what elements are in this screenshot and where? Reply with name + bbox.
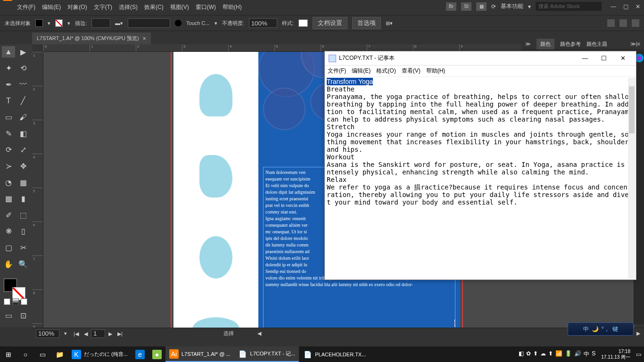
stroke-weight-input[interactable] xyxy=(91,18,110,28)
tray-icon-0[interactable]: ◧ xyxy=(519,350,524,358)
circle-shape[interactable] xyxy=(263,88,305,130)
menu-edit[interactable]: 编辑(E) xyxy=(42,3,61,11)
close-icon[interactable]: ✕ xyxy=(613,55,632,62)
last-artboard-icon[interactable]: ▶| xyxy=(116,331,124,337)
change-screen-icon[interactable]: ⊡ xyxy=(17,310,30,321)
menu-help[interactable]: 帮助(H) xyxy=(223,3,242,11)
np-menu-view[interactable]: 查看(V) xyxy=(402,67,421,75)
tray-icon-2[interactable]: ⬆ xyxy=(533,350,538,358)
selection-tool-icon[interactable]: ▲ xyxy=(2,46,15,58)
tray-icon-3[interactable]: ☁ xyxy=(540,350,546,358)
brush-input[interactable] xyxy=(128,18,170,28)
shape-builder-tool-icon[interactable]: ◔ xyxy=(2,177,15,188)
bridge-icon[interactable]: Br xyxy=(446,2,456,11)
style-swatch[interactable] xyxy=(298,19,308,27)
taskbar-clock[interactable]: 17:18 17.11.13 周一 xyxy=(598,349,633,360)
prev-artboard-icon[interactable]: ◀ xyxy=(82,331,90,337)
fill-swatch[interactable] xyxy=(35,19,43,27)
opacity-input[interactable] xyxy=(249,18,277,28)
tray-icon-7[interactable]: 🔊 xyxy=(574,350,581,358)
tray-icon-5[interactable]: 📶 xyxy=(555,350,562,358)
minimize-icon[interactable]: — xyxy=(576,55,594,62)
gradient-tool-icon[interactable]: ▮ xyxy=(17,193,30,205)
np-menu-edit[interactable]: 编辑(E) xyxy=(352,67,371,75)
panel-icon-2[interactable] xyxy=(619,19,627,27)
sync-icon[interactable]: ⟳ xyxy=(491,3,496,10)
ime-floating-bar[interactable]: 中 🌙 °， 键 xyxy=(568,322,634,336)
panel-tab-color[interactable]: 颜色 xyxy=(537,39,554,49)
np-menu-format[interactable]: 格式(O) xyxy=(376,67,396,75)
np-menu-help[interactable]: 帮助(H) xyxy=(426,67,446,75)
color-swatches[interactable] xyxy=(2,277,30,305)
shaper-tool-icon[interactable]: ✎ xyxy=(2,128,15,139)
menu-effect[interactable]: 效果(C) xyxy=(144,3,164,11)
stroke-swatch[interactable] xyxy=(55,19,63,27)
taskbar-item-0[interactable]: ⊞ xyxy=(0,346,17,362)
color-mode-icon[interactable] xyxy=(4,298,10,305)
menu-type[interactable]: 文字(T) xyxy=(94,3,112,11)
notepad-text-area[interactable]: Transform Yoga Breathe Pranayama, the yo… xyxy=(325,77,636,280)
menu-file[interactable]: 文件(F) xyxy=(17,3,35,11)
curvature-tool-icon[interactable]: 〰 xyxy=(17,79,30,90)
notepad-titlebar[interactable]: L7COPY.TXT - 记事本 — ☐ ✕ xyxy=(325,51,636,66)
mesh-tool-icon[interactable]: ▩ xyxy=(2,193,15,205)
scroll-right-icon[interactable]: ▶ xyxy=(636,330,640,337)
screen-mode-icon[interactable]: ▭ xyxy=(2,310,15,321)
lasso-tool-icon[interactable]: ⟲ xyxy=(17,63,30,74)
direct-selection-tool-icon[interactable]: ▶ xyxy=(17,46,30,58)
maximize-icon[interactable]: ▢ xyxy=(622,3,629,10)
close-icon[interactable]: ✕ xyxy=(635,3,641,10)
scroll-left-icon[interactable]: ◀ xyxy=(257,330,261,337)
chevron-down-icon[interactable]: ▾ xyxy=(67,20,70,26)
menu-window[interactable]: 窗口(W) xyxy=(196,3,216,11)
yoga-pose-1[interactable] xyxy=(199,74,232,116)
panel-icon-1[interactable] xyxy=(607,19,615,27)
menu-view[interactable]: 视图(V) xyxy=(170,3,189,11)
symbol-sprayer-tool-icon[interactable]: ❋ xyxy=(2,226,15,237)
tab-close-icon[interactable]: × xyxy=(143,35,146,42)
tray-icon-8[interactable]: 中 xyxy=(584,350,589,358)
taskbar-item-4[interactable]: Kだったのに (纯音... xyxy=(68,346,132,362)
yoga-pose-3[interactable] xyxy=(199,236,232,279)
menu-object[interactable]: 对象(O) xyxy=(67,3,87,11)
minimize-icon[interactable]: — xyxy=(610,3,617,10)
taskbar-item-5[interactable]: e xyxy=(132,346,149,362)
document-tab[interactable]: L7START_1.AI* @ 100% (CMYK/GPU 预览) × xyxy=(32,33,151,44)
maximize-icon[interactable]: ☐ xyxy=(594,55,613,62)
workspace-switcher[interactable]: 基本功能 xyxy=(501,2,523,10)
width-tool-icon[interactable]: ≻ xyxy=(2,160,15,172)
scale-tool-icon[interactable]: ⤢ xyxy=(17,144,30,156)
arrange-icon[interactable]: ▦ xyxy=(476,2,487,11)
yoga-pose-2[interactable] xyxy=(199,155,232,197)
slice-tool-icon[interactable]: ✂ xyxy=(17,242,30,254)
chevron-down-icon[interactable]: ▾ xyxy=(215,20,217,26)
taskbar-item-1[interactable]: ○ xyxy=(17,346,34,362)
chevron-down-icon[interactable]: ▾ xyxy=(48,20,50,26)
notepad-window[interactable]: L7COPY.TXT - 记事本 — ☐ ✕ 文件(F) 编辑(E) 格式(O)… xyxy=(324,51,636,280)
taskbar-item-6[interactable]: ● xyxy=(149,346,165,362)
rotate-tool-icon[interactable]: ⟳ xyxy=(2,144,15,156)
zoom-tool-icon[interactable]: 🔍 xyxy=(17,258,30,270)
type-tool-icon[interactable]: T xyxy=(2,95,15,107)
taskbar-item-9[interactable]: 📄PLACEHOLDER.TX... xyxy=(299,346,370,362)
np-menu-file[interactable]: 文件(F) xyxy=(328,67,346,75)
stock-icon[interactable]: St xyxy=(461,2,471,11)
panel-icon-3[interactable] xyxy=(632,19,639,27)
zoom-input[interactable] xyxy=(36,329,59,338)
hand-tool-icon[interactable]: ✋ xyxy=(2,258,15,270)
line-tool-icon[interactable]: ╱ xyxy=(17,95,30,107)
eyedropper-tool-icon[interactable]: ✐ xyxy=(2,209,15,221)
taskbar-item-8[interactable]: 📄L7COPY.TXT - 记... xyxy=(234,346,299,362)
chevron-down-icon[interactable]: ▾ xyxy=(528,3,531,10)
none-mode-icon[interactable] xyxy=(21,298,27,305)
pen-tool-icon[interactable]: ✒ xyxy=(2,79,15,90)
vertical-ruler[interactable]: 123456789 xyxy=(32,52,43,328)
align-icon[interactable]: ⊞▾ xyxy=(386,20,393,26)
blend-tool-icon[interactable]: ⬚ xyxy=(17,209,30,221)
stock-search-input[interactable]: 搜索 Adobe Stock xyxy=(536,2,602,11)
next-artboard-icon[interactable]: ▶ xyxy=(107,331,114,337)
brush-name[interactable]: Touch C... xyxy=(186,20,210,26)
stroke-profile-icon[interactable]: ▬▾ xyxy=(115,20,123,26)
preferences-button[interactable]: 首选项 xyxy=(352,17,381,29)
notepad-scrollbar[interactable] xyxy=(628,78,636,279)
